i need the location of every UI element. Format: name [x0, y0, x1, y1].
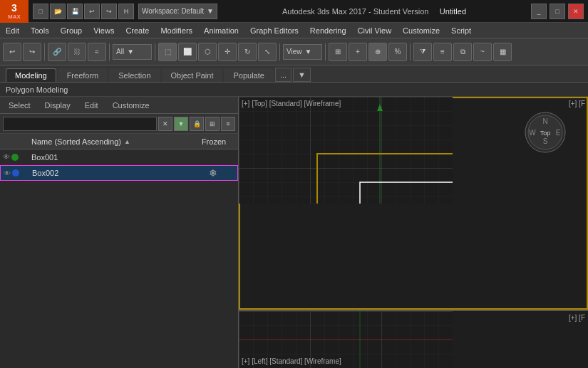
- select-region-btn[interactable]: ⬜: [178, 43, 197, 61]
- curves-btn[interactable]: ~: [473, 43, 492, 61]
- list-item-box002[interactable]: 👁 Box002 ❄: [0, 165, 238, 181]
- scene-tab-select[interactable]: Select: [3, 100, 36, 111]
- percent-snap-btn[interactable]: %: [388, 43, 407, 61]
- new-btn[interactable]: □: [33, 4, 48, 19]
- layer-btn[interactable]: ⧉: [453, 43, 472, 61]
- ribbon-btn[interactable]: ▦: [493, 43, 512, 61]
- viewport-top[interactable]: Y X [+] [Top] [Standard] [Wireframe] [+]…: [239, 97, 588, 311]
- scene-filter-input[interactable]: [3, 117, 157, 131]
- list-header: Name (Sorted Ascending) ▲ Frozen: [0, 134, 238, 149]
- menu-script[interactable]: Script: [445, 23, 477, 38]
- link-btn[interactable]: 🔗: [48, 43, 66, 61]
- menu-animation[interactable]: Animation: [198, 23, 244, 38]
- tab-freeform[interactable]: Freeform: [58, 68, 108, 82]
- viewport-top-label-tr: [+] [F: [569, 100, 585, 107]
- filter-options-btn[interactable]: ▼: [174, 117, 188, 131]
- snap2-btn[interactable]: +: [349, 43, 367, 61]
- menu-rendering[interactable]: Rendering: [304, 23, 352, 38]
- undo-tb-btn[interactable]: ↩: [84, 4, 100, 19]
- menu-customize[interactable]: Customize: [397, 23, 445, 38]
- list-header-frozen[interactable]: Frozen: [192, 137, 235, 146]
- scene-tab-edit[interactable]: Edit: [79, 100, 104, 111]
- viewport-top-label: [+] [Top] [Standard] [Wireframe]: [242, 100, 341, 107]
- list-item-box001-icons: 👁: [3, 153, 31, 161]
- sep1: [44, 43, 45, 61]
- sub-header: Polygon Modeling: [0, 83, 588, 97]
- scale-btn[interactable]: ⤡: [258, 43, 277, 61]
- sep3: [155, 43, 155, 61]
- sep4: [279, 43, 280, 61]
- redo-tb-btn[interactable]: ↪: [101, 4, 117, 19]
- undo-btn[interactable]: ↩: [3, 43, 21, 61]
- list-item-box001[interactable]: 👁 Box001: [0, 149, 238, 165]
- filter-link-btn[interactable]: ⊞: [205, 117, 220, 131]
- menu-group[interactable]: Group: [55, 23, 88, 38]
- save-btn[interactable]: 💾: [67, 4, 83, 19]
- snap-btn[interactable]: ⊞: [329, 43, 347, 61]
- menu-edit[interactable]: Edit: [0, 23, 25, 38]
- close-btn[interactable]: ✕: [568, 4, 584, 19]
- tab-object-paint[interactable]: Object Paint: [162, 68, 223, 82]
- svg-text:Top: Top: [540, 130, 551, 137]
- list-item-box002-name: Box002: [32, 169, 192, 177]
- filter-dropdown[interactable]: All ▼: [113, 44, 152, 60]
- eye-icon-box001: 👁: [3, 153, 10, 161]
- angle-snap-btn[interactable]: ⊕: [368, 43, 387, 61]
- sep5: [325, 43, 326, 61]
- menu-bar: Edit Tools Group Views Create Modifiers …: [0, 23, 588, 38]
- unlink-btn[interactable]: ⛓: [68, 43, 86, 61]
- viewport-area: Y X [+] [Top] [Standard] [Wireframe] [+]…: [239, 97, 588, 368]
- select-lasso-btn[interactable]: ⬡: [198, 43, 217, 61]
- tab-modeling[interactable]: Modeling: [6, 68, 56, 82]
- bind-btn[interactable]: ≈: [88, 43, 106, 61]
- menu-graph-editors[interactable]: Graph Editors: [244, 23, 304, 38]
- filter-clear-btn[interactable]: ✕: [158, 117, 172, 131]
- filter-bar: ✕ ▼ 🔒 ⊞ ≡: [0, 114, 238, 134]
- menu-civil-view[interactable]: Civil View: [352, 23, 397, 38]
- filter-lock-btn[interactable]: 🔒: [190, 117, 204, 131]
- open-btn[interactable]: 📂: [50, 4, 66, 19]
- tab-more[interactable]: ...: [275, 68, 292, 82]
- scene-tabs: Select Display Edit Customize: [0, 97, 238, 114]
- main-content: Select Display Edit Customize ✕ ▼ 🔒 ⊞ ≡ …: [0, 97, 588, 368]
- align-btn[interactable]: ≡: [433, 43, 452, 61]
- menu-tools[interactable]: Tools: [25, 23, 55, 38]
- tab-populate[interactable]: Populate: [224, 68, 273, 82]
- tab-arrow[interactable]: ▼: [293, 68, 311, 82]
- move-btn[interactable]: ✛: [218, 43, 237, 61]
- redo-btn[interactable]: ↪: [23, 43, 41, 61]
- eye-icon-box002: 👁: [4, 169, 11, 177]
- main-toolbar: ↩ ↪ 🔗 ⛓ ≈ All ▼ ⬚ ⬜ ⬡ ✛ ↻ ⤡ View ▼ ⊞ + ⊕…: [0, 38, 588, 65]
- maximize-btn[interactable]: □: [550, 4, 565, 19]
- rotate-btn[interactable]: ↻: [238, 43, 257, 61]
- tab-selection[interactable]: Selection: [109, 68, 160, 82]
- hold-btn[interactable]: H: [118, 4, 134, 19]
- list-item-box002-icons: 👁: [4, 169, 32, 177]
- list-header-name[interactable]: Name (Sorted Ascending) ▲: [31, 137, 192, 146]
- color-box001: [11, 154, 19, 161]
- select-btn[interactable]: ⬚: [158, 43, 177, 61]
- svg-text:N: N: [542, 117, 547, 125]
- scene-tab-customize[interactable]: Customize: [107, 100, 155, 111]
- main-tab-bar: Modeling Freeform Selection Object Paint…: [0, 65, 588, 83]
- viewport-bottom[interactable]: [+] [Left] [Standard] [Wireframe] [+] [F: [239, 311, 588, 368]
- viewport-bottom-label-tr: [+] [F: [569, 314, 585, 322]
- menu-views[interactable]: Views: [88, 23, 120, 38]
- sep2: [109, 43, 110, 61]
- app-title: Autodesk 3ds Max 2017 - Student Version …: [217, 7, 531, 16]
- compass-rose: N S W E Top: [524, 111, 567, 154]
- scene-tab-display[interactable]: Display: [39, 100, 76, 111]
- workspace-dropdown[interactable]: Workspace: Default ▼: [138, 4, 217, 19]
- title-bar: 3 MAX □ 📂 💾 ↩ ↪ H Workspace: Default ▼ A…: [0, 0, 588, 23]
- filter-hier-btn[interactable]: ≡: [221, 117, 235, 131]
- svg-rect-2: [239, 97, 453, 204]
- minimize-btn[interactable]: _: [531, 4, 547, 19]
- menu-create[interactable]: Create: [120, 23, 155, 38]
- svg-text:S: S: [543, 137, 548, 145]
- view-dropdown[interactable]: View ▼: [283, 44, 322, 60]
- svg-text:E: E: [556, 129, 561, 137]
- mirror-btn[interactable]: ⧩: [413, 43, 432, 61]
- svg-text:W: W: [529, 129, 536, 137]
- scene-explorer-panel: Select Display Edit Customize ✕ ▼ 🔒 ⊞ ≡ …: [0, 97, 239, 368]
- menu-modifiers[interactable]: Modifiers: [155, 23, 198, 38]
